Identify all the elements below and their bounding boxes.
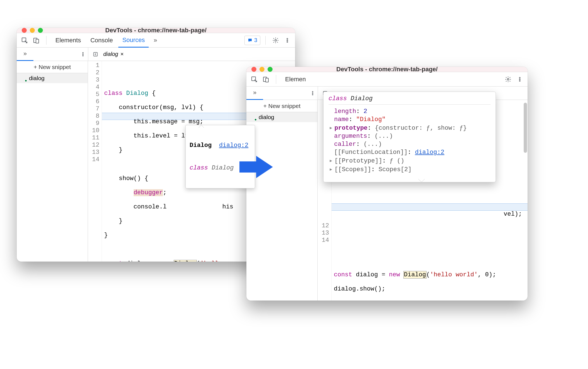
function-location-link[interactable]: dialog:2 <box>415 149 444 156</box>
svg-point-26 <box>519 79 520 80</box>
maximize-window-button[interactable] <box>38 28 43 33</box>
more-tabs-icon[interactable]: » <box>150 35 160 45</box>
close-window-button[interactable] <box>22 28 27 33</box>
line-gutter: 1234567891011121314 <box>88 61 102 262</box>
tooltip-name: Dialog <box>190 142 212 149</box>
popover-proto-chain-row[interactable]: [[Prototype]]: ƒ () <box>329 156 491 165</box>
code-area[interactable]: 12 13 14 vel); const dialog = new Dialog… <box>318 100 528 301</box>
tab-console[interactable]: Console <box>87 33 117 48</box>
hover-popover-expanded: class Dialog length: 2 name: "Dialog" pr… <box>323 92 496 182</box>
window-title: DevTools - chrome://new-tab-page/ <box>246 67 528 73</box>
svg-point-24 <box>507 78 509 80</box>
execution-line-highlight <box>332 203 528 211</box>
snippet-label: dialog <box>29 75 45 82</box>
issues-badge[interactable]: 3 <box>244 36 260 45</box>
minimize-window-button[interactable] <box>30 28 35 33</box>
minimize-window-button[interactable] <box>259 67 264 72</box>
popover-prototype-row[interactable]: prototype: {constructor: ƒ, show: ƒ} <box>329 124 491 132</box>
svg-rect-10 <box>94 52 97 56</box>
svg-rect-23 <box>266 78 268 82</box>
settings-icon[interactable] <box>271 35 281 45</box>
close-window-button[interactable] <box>251 67 256 72</box>
snippets-sidebar: + New snippet dialog <box>17 61 88 262</box>
svg-point-29 <box>312 93 313 94</box>
svg-point-3 <box>275 40 276 41</box>
sources-subbar: » dialog × <box>17 48 295 61</box>
snippet-item-dialog[interactable]: dialog <box>17 73 88 83</box>
titlebar: DevTools - chrome://new-tab-page/ <box>17 28 295 33</box>
tab-sources[interactable]: Sources <box>118 33 149 48</box>
hover-token-dialog[interactable]: Dialog <box>174 260 197 262</box>
svg-point-7 <box>83 52 84 53</box>
issues-count: 3 <box>254 37 257 43</box>
snippet-file-icon <box>20 75 27 82</box>
devtools-toolbar: Elements Console Sources » 3 <box>17 33 295 48</box>
maximize-window-button[interactable] <box>268 67 273 72</box>
svg-point-9 <box>83 55 84 56</box>
svg-point-25 <box>519 77 520 78</box>
titlebar: DevTools - chrome://new-tab-page/ <box>246 67 528 72</box>
svg-point-28 <box>312 91 313 92</box>
inspect-icon[interactable] <box>19 35 30 45</box>
svg-point-4 <box>287 38 288 39</box>
scrollbar-thumb[interactable] <box>524 103 527 153</box>
code-editor: 12 13 14 vel); const dialog = new Dialog… <box>318 100 528 301</box>
device-mode-icon[interactable] <box>31 35 41 45</box>
traffic-lights <box>22 28 43 33</box>
devtools-window-1: DevTools - chrome://new-tab-page/ Elemen… <box>17 28 295 262</box>
kebab-menu-icon[interactable] <box>515 74 525 84</box>
navigator-kebab-icon[interactable] <box>78 49 88 59</box>
file-tab-dialog[interactable]: dialog × <box>101 48 126 61</box>
navigator-kebab-icon[interactable] <box>308 88 318 98</box>
navigator-more-icon[interactable]: » <box>17 48 33 61</box>
settings-icon[interactable] <box>503 74 513 84</box>
svg-point-5 <box>287 40 288 41</box>
window-title: DevTools - chrome://new-tab-page/ <box>17 28 295 34</box>
svg-point-8 <box>83 54 84 55</box>
tab-elements[interactable]: Elements <box>52 33 85 48</box>
hover-token-dialog[interactable]: Dialog <box>404 271 426 278</box>
transition-arrow-icon <box>239 153 273 181</box>
file-tab-label: dialog <box>103 51 118 57</box>
partial-code-line: vel); <box>504 211 522 218</box>
svg-point-6 <box>287 41 288 42</box>
svg-rect-2 <box>36 39 39 43</box>
new-snippet-button[interactable]: + New snippet <box>17 61 88 73</box>
editor-filebar: dialog × <box>88 48 295 61</box>
tooltip-link[interactable]: dialog:2 <box>219 142 249 149</box>
history-back-icon[interactable] <box>90 49 101 59</box>
kebab-menu-icon[interactable] <box>282 35 292 45</box>
popover-scopes-row[interactable]: [[Scopes]]: Scopes[2] <box>329 165 491 174</box>
close-tab-icon[interactable]: × <box>120 51 124 57</box>
traffic-lights <box>251 67 273 72</box>
svg-point-27 <box>519 80 520 81</box>
svg-point-30 <box>312 94 313 95</box>
